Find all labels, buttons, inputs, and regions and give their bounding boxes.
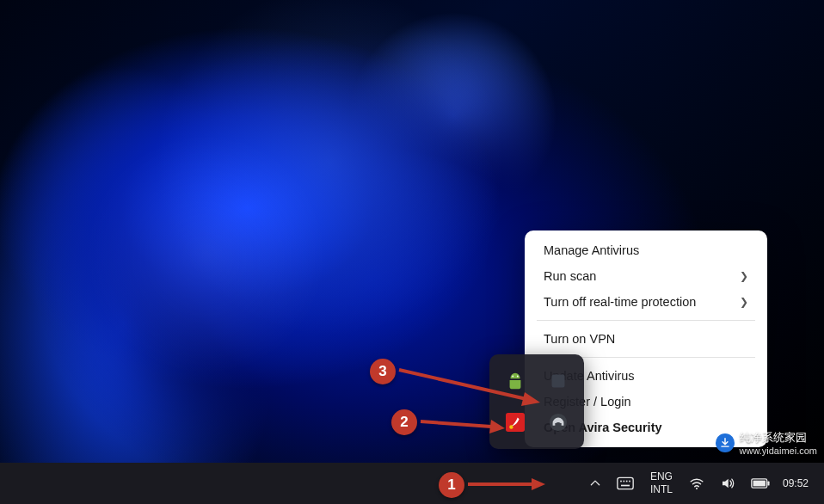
svg-point-4 — [509, 425, 513, 428]
svg-rect-8 — [623, 481, 624, 482]
svg-point-12 — [696, 488, 698, 489]
annotation-badge-1: 1 — [439, 472, 464, 498]
clock[interactable]: 09:52 — [778, 463, 817, 504]
headset-tray-icon[interactable] — [539, 404, 577, 440]
generic-tray-icon[interactable] — [539, 363, 577, 399]
watermark-logo-icon — [716, 433, 735, 452]
menu-item-label: Manage Antivirus — [544, 243, 639, 257]
language-indicator[interactable]: ENG INTL — [642, 463, 681, 504]
android-icon[interactable] — [496, 363, 534, 399]
clock-time: 09:52 — [783, 477, 809, 490]
svg-point-0 — [512, 376, 513, 378]
taskbar: ENG INTL 09:52 — [0, 463, 824, 504]
menu-item-turn-on-vpn[interactable]: Turn on VPN — [525, 326, 767, 352]
input-indicator-icon[interactable] — [609, 463, 642, 504]
chevron-right-icon: ❯ — [740, 296, 748, 308]
svg-point-1 — [517, 376, 519, 378]
svg-rect-6 — [618, 477, 633, 489]
svg-rect-9 — [626, 481, 628, 482]
annotation-badge-2: 2 — [391, 409, 417, 435]
battery-icon[interactable] — [743, 463, 778, 504]
language-top: ENG — [650, 470, 673, 483]
show-hidden-icons-button[interactable] — [581, 463, 609, 504]
svg-rect-11 — [621, 485, 630, 487]
watermark-title: 纯净系统家园 — [740, 431, 807, 444]
menu-item-turn-off-realtime[interactable]: Turn off real-time protection ❯ — [525, 289, 767, 315]
annotation-number: 1 — [447, 476, 455, 494]
svg-rect-15 — [753, 481, 766, 487]
language-bottom: INTL — [650, 483, 673, 496]
chevron-right-icon: ❯ — [740, 270, 748, 282]
annotation-number: 2 — [400, 414, 408, 431]
avira-tray-icon[interactable] — [496, 404, 534, 440]
hidden-icons-flyout — [489, 354, 584, 449]
menu-separator — [537, 320, 755, 321]
svg-rect-10 — [629, 481, 630, 482]
wifi-icon[interactable] — [681, 463, 712, 504]
volume-icon[interactable] — [712, 463, 743, 504]
menu-item-label: Turn off real-time protection — [544, 295, 696, 309]
watermark: 纯净系统家园 www.yidaimei.com — [716, 430, 817, 456]
svg-rect-7 — [620, 481, 622, 482]
menu-item-label: Run scan — [544, 269, 596, 283]
annotation-number: 3 — [378, 363, 386, 380]
menu-item-run-scan[interactable]: Run scan ❯ — [525, 263, 767, 289]
svg-rect-14 — [767, 481, 769, 485]
annotation-badge-3: 3 — [370, 359, 396, 384]
watermark-url: www.yidaimei.com — [740, 446, 817, 456]
menu-item-manage-antivirus[interactable]: Manage Antivirus — [525, 237, 767, 263]
svg-rect-2 — [552, 375, 565, 388]
menu-item-label: Turn on VPN — [544, 332, 615, 346]
